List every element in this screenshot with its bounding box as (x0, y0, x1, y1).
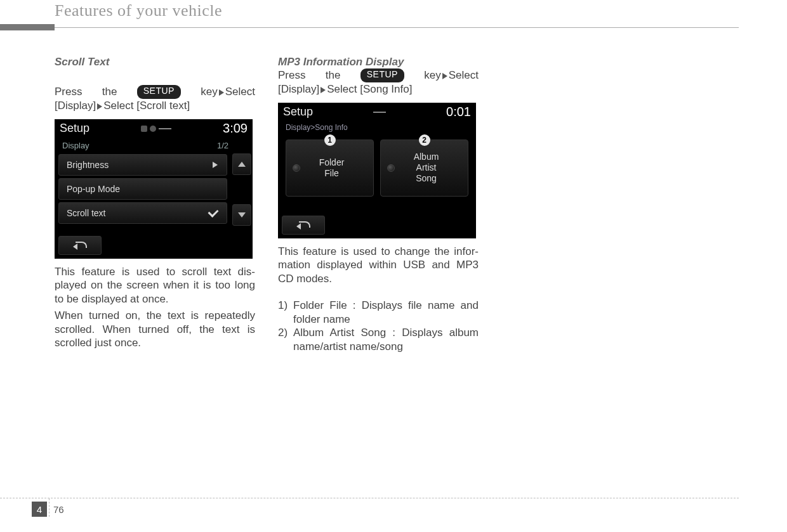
screen-page: 1/2 (217, 141, 228, 150)
screenshot-display-menu: Setup 3:09 Display 1/2 Brightness (55, 119, 253, 259)
radio-icon (293, 164, 300, 172)
option-folder-file[interactable]: 1 Folder File (286, 139, 374, 197)
badge-1: 1 (324, 134, 336, 146)
triangle-icon (442, 73, 447, 79)
triangle-icon (219, 89, 224, 96)
menu-item-popup[interactable]: Pop-up Mode (58, 178, 227, 200)
chapter-number: 4 (32, 502, 47, 517)
list-item: 1) Folder File : Displays file name and … (278, 299, 479, 327)
column-mp3-info: MP3 Information Display Press the SETUP … (278, 24, 479, 354)
heading-scroll-text: Scroll Text (55, 56, 255, 68)
triangle-icon (321, 87, 326, 93)
instruction-line: Press the SETUP keySelect (278, 68, 479, 82)
paragraph: This feature is used to scroll text dis­… (55, 265, 255, 306)
menu-item-brightness[interactable]: Brightness (58, 154, 227, 176)
screen-title: Setup (283, 105, 313, 119)
screen-subtitle: Display (62, 141, 89, 150)
setup-key-pill: SETUP (360, 68, 404, 82)
option-album-artist-song[interactable]: 2 Album Artist Song (380, 139, 468, 197)
usb-icon (159, 126, 171, 131)
column-scroll-text: Scroll Text Press the SETUP keySelect [D… (55, 24, 255, 354)
scroll-up-button[interactable] (232, 153, 251, 175)
paragraph: When turned on, the text is repeatedly s… (55, 309, 255, 350)
radio-icon (387, 164, 395, 172)
instruction-line: [Display]Select [Song Info] (278, 82, 479, 96)
numbered-list: 1) Folder File : Displays file name and … (278, 299, 479, 354)
setup-key-pill: SETUP (137, 85, 181, 99)
page-header-title: Features of your vehicle (0, 0, 787, 20)
screenshot-song-info: Setup 0:01 Display>Song Info 1 Folder Fi… (278, 103, 476, 238)
disc-icon (150, 126, 156, 132)
breadcrumb: Display>Song Info (278, 122, 476, 134)
list-item: 2) Album Artist Song : Displays album na… (278, 326, 479, 354)
scroll-down-button[interactable] (232, 204, 251, 226)
page-footer: 4 76 (0, 498, 739, 517)
back-button[interactable] (58, 236, 102, 255)
usb-icon (373, 110, 386, 115)
paragraph: This feature is used to change the infor… (278, 245, 479, 286)
clock: 3:09 (223, 121, 248, 136)
screen-title: Setup (60, 122, 89, 135)
triangle-icon (97, 103, 102, 110)
page-number: 76 (53, 504, 64, 515)
instruction-line: [Display]Select [Scroll text] (55, 99, 255, 113)
clock: 0:01 (446, 105, 471, 119)
chevron-right-icon (213, 162, 218, 168)
back-icon (296, 221, 310, 229)
check-icon (208, 207, 219, 217)
instruction-line: Press the SETUP keySelect (55, 85, 255, 99)
back-icon (73, 242, 87, 249)
heading-mp3-info: MP3 Information Display (278, 56, 479, 68)
menu-item-scroll-text[interactable]: Scroll text (58, 202, 227, 224)
bluetooth-icon (141, 126, 147, 132)
badge-2: 2 (419, 134, 430, 146)
back-button[interactable] (282, 216, 325, 235)
